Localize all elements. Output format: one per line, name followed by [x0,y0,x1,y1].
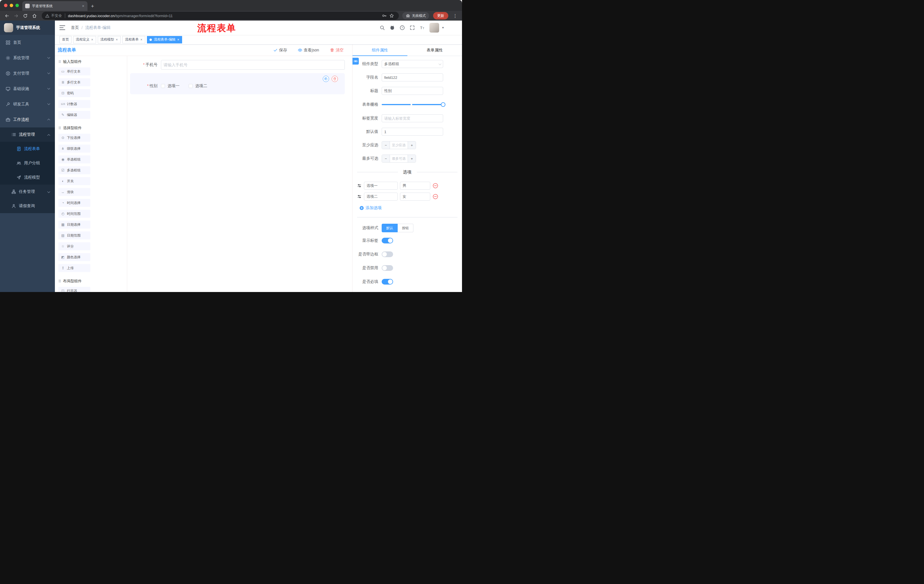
github-icon[interactable] [389,25,395,31]
drag-handle-icon[interactable] [357,194,361,199]
sidebar-logo[interactable]: 芋道管理系统 [0,21,55,35]
sidebar-item-workflow[interactable]: 工作流程 [0,112,55,127]
palette-item-time-picker[interactable]: ◔时间选择 [58,199,90,207]
palette-item-switch[interactable]: ◐开关 [58,177,90,185]
tag-process-definition[interactable]: 流程定义 × [73,36,96,43]
palette-item-select[interactable]: ⊙下拉选择 [58,134,90,142]
palette-item-counter[interactable]: 123计数器 [58,100,90,108]
browser-update-button[interactable]: 更新 [433,12,448,20]
border-toggle[interactable] [382,252,393,257]
sidebar-item-infrastructure[interactable]: 基础设施 [0,81,55,97]
address-bar[interactable]: 不安全 dashboard.yudao.iocoder.cn/bpm/manag… [42,12,399,20]
palette-item-date-picker[interactable]: ▦日期选择 [58,220,90,229]
palette-item-row-container[interactable]: ◫行容器 [58,287,90,292]
forward-button[interactable] [12,12,20,20]
palette-item-checkbox-group[interactable]: ☑多选框组 [58,166,90,174]
option-style-button-button[interactable]: 按钮 [398,224,413,232]
slider-handle[interactable] [441,102,446,107]
palette-item-rate[interactable]: ☆评分 [58,242,90,250]
tag-process-form-edit[interactable]: 流程表单-编辑 × [147,36,182,43]
bookmark-star-icon[interactable] [388,12,395,20]
palette-item-textarea[interactable]: ≣多行文本 [58,78,90,86]
disabled-toggle[interactable] [382,265,393,271]
breadcrumb-home[interactable]: 首页 [71,25,79,30]
palette-item-radio-group[interactable]: ◉单选框组 [58,155,90,163]
view-json-button[interactable]: 查看json [296,48,321,53]
sidebar-item-payment[interactable]: 支付管理 [0,66,55,81]
palette-item-single-text[interactable]: ▭单行文本 [58,67,90,76]
tag-close-icon[interactable]: × [140,38,143,42]
title-input[interactable] [382,87,443,95]
palette-item-upload[interactable]: ↥上传 [58,264,90,272]
user-avatar[interactable] [429,23,439,33]
palette-item-time-range[interactable]: ◴时间范围 [58,210,90,218]
window-close-button[interactable] [4,4,7,7]
sidebar-item-process-model[interactable]: 流程模型 [0,170,55,184]
default-value-input[interactable] [382,128,443,136]
increase-button[interactable]: + [408,155,416,162]
avatar-caret-icon[interactable]: ▼ [442,26,444,29]
save-button[interactable]: 保存 [272,48,289,53]
fullscreen-icon[interactable] [409,25,415,31]
phone-input[interactable] [161,60,345,70]
tag-close-icon[interactable]: × [91,38,94,42]
remove-option-icon[interactable] [432,183,438,189]
sidebar-item-devtools[interactable]: 研发工具 [0,97,55,112]
tag-process-form[interactable]: 流程表单 × [122,36,145,43]
palette-item-date-range[interactable]: ▤日期范围 [58,232,90,239]
palette-item-cascader[interactable]: ⋔级联选择 [58,145,90,153]
gender-option2-checkbox[interactable]: 选项二 [189,84,207,89]
decrease-button[interactable]: − [382,141,390,149]
new-tab-button[interactable]: + [91,3,94,9]
field-name-input[interactable] [382,73,443,81]
palette-item-color-picker[interactable]: ◩颜色选择 [58,253,90,261]
sidebar-item-home[interactable]: 首页 [0,35,55,50]
url-text[interactable]: dashboard.yudao.iocoder.cn/bpm/manager/f… [68,14,381,18]
palette-item-password[interactable]: ⊡密码 [58,89,90,97]
option-label-input[interactable] [364,182,398,190]
sidebar-item-user-group[interactable]: 用户分组 [0,156,55,170]
font-size-icon[interactable]: TT [419,25,425,31]
canvas-field-phone[interactable]: 手机号 [130,60,345,70]
palette-item-editor[interactable]: ✎编辑器 [58,111,90,119]
tag-close-icon[interactable]: × [116,38,118,42]
hamburger-icon[interactable] [59,25,66,30]
window-minimize-button[interactable] [10,4,13,7]
drag-handle-icon[interactable] [357,183,361,188]
option-value-input[interactable] [400,192,430,201]
tab-close-icon[interactable]: × [81,4,85,8]
security-label[interactable]: 不安全 [51,13,62,18]
delete-field-icon[interactable] [332,76,338,82]
required-toggle[interactable] [382,279,393,285]
sidebar-item-process-management[interactable]: 流程管理 [0,127,55,142]
home-button[interactable] [30,12,38,20]
window-zoom-button[interactable] [15,4,19,7]
browser-tab[interactable]: 芋道管理系统 × [22,1,87,11]
sidebar-item-system[interactable]: 系统管理 [0,50,55,66]
back-button[interactable] [3,12,11,20]
option-label-input[interactable] [364,192,398,201]
link-badge-icon[interactable] [353,58,359,64]
tag-close-icon[interactable]: × [177,38,180,42]
tag-process-model[interactable]: 流程模型 × [98,36,120,43]
canvas-field-gender-selected[interactable]: 性别 选项一 选项二 [130,73,345,94]
option-style-default-button[interactable]: 默认 [382,224,398,232]
component-type-select[interactable]: 多选框组 [382,60,443,68]
password-key-icon[interactable] [381,12,388,20]
tab-form-props[interactable]: 表单属性 [408,44,462,56]
gender-option1-checkbox[interactable]: 选项一 [161,84,180,89]
increase-button[interactable]: + [408,141,416,149]
browser-menu-icon[interactable]: ⋮ [451,13,459,18]
decrease-button[interactable]: − [382,155,390,162]
show-label-toggle[interactable] [382,238,393,243]
search-icon[interactable] [380,25,385,31]
sidebar-item-process-form[interactable]: 流程表单 [0,142,55,156]
remove-option-icon[interactable] [432,194,438,199]
option-value-input[interactable] [400,182,430,190]
copy-field-icon[interactable] [323,76,329,82]
reload-button[interactable] [21,12,29,20]
palette-item-slider[interactable]: ↔滑块 [58,188,90,196]
sidebar-item-task-management[interactable]: 任务管理 [0,184,55,199]
add-option-button[interactable]: 添加选项 [358,205,383,211]
grid-slider[interactable] [382,104,443,105]
